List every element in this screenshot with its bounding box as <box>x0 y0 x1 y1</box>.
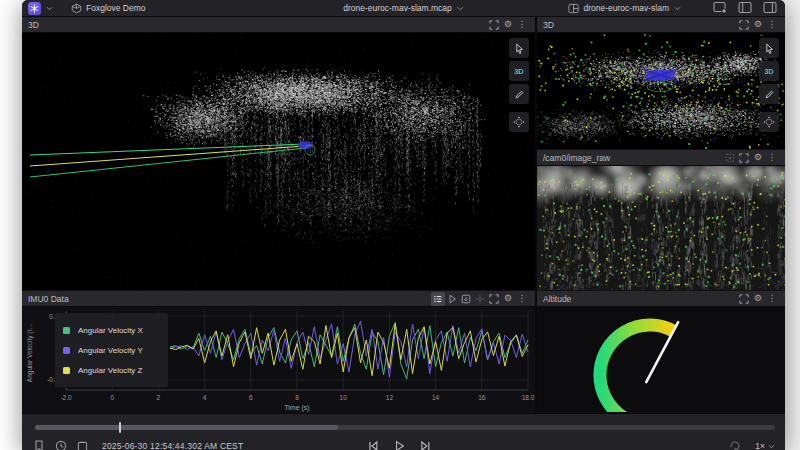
loop-region-button[interactable] <box>74 438 91 450</box>
current-timestamp: 2025-06-30 12:54:44.302 AM CEST <box>102 441 243 450</box>
camera-image-canvas <box>537 166 785 290</box>
svg-text:12: 12 <box>386 394 394 401</box>
seek-bar[interactable] <box>35 425 775 430</box>
column-divider <box>535 17 537 412</box>
playback-bar: 2025-06-30 12:54:44.302 AM CEST 1× <box>22 413 785 450</box>
app-menu-chevron[interactable] <box>41 0 58 17</box>
panel-title: 3D <box>543 20 554 30</box>
panel-title: IMU0 Data <box>28 294 69 304</box>
altitude-gauge <box>537 307 785 412</box>
create-event-button[interactable] <box>30 438 47 450</box>
seek-forward-button[interactable] <box>417 438 434 450</box>
camera-image-view[interactable] <box>537 166 785 290</box>
fullscreen-button[interactable] <box>737 151 751 165</box>
camera-move-button[interactable] <box>759 112 779 132</box>
seek-loaded-range <box>35 425 338 430</box>
svg-text:10: 10 <box>340 394 348 401</box>
pencil-icon <box>764 89 775 100</box>
imu-plot-area[interactable]: -2.0024681012141618.00.60-0.60Time (s) A… <box>22 307 535 412</box>
main-3d-panel-header: 3D ⚙ ⋮ <box>22 17 535 33</box>
svg-text:0: 0 <box>110 394 114 401</box>
camera-panel-header: /cam0/image_raw ⚙ ⋮ <box>537 150 785 166</box>
image-fit-button[interactable] <box>723 151 737 165</box>
legend-toggle-button[interactable] <box>431 292 445 306</box>
repeat-button[interactable] <box>726 438 743 450</box>
data-source-selector[interactable]: drone-euroc-mav-slam.mcap <box>343 3 464 13</box>
playhead-marker[interactable] <box>119 422 121 433</box>
point-cloud-canvas <box>537 33 785 149</box>
layout-grid-icon <box>568 3 579 14</box>
fullscreen-button[interactable] <box>487 292 501 306</box>
speed-value: 1× <box>755 441 765 450</box>
kebab-menu-icon[interactable]: ⋮ <box>515 18 529 32</box>
pencil-icon <box>514 89 525 100</box>
cursor-icon <box>514 43 525 54</box>
panel-title: /cam0/image_raw <box>543 153 610 163</box>
kebab-menu-icon[interactable]: ⋮ <box>765 151 779 165</box>
main-3d-viewport[interactable]: 3D <box>22 33 535 290</box>
snowflake-icon <box>30 4 39 13</box>
legend-item[interactable]: Angular Velocity X <box>63 320 160 340</box>
export-image-button[interactable] <box>459 292 473 306</box>
workspace-selector[interactable]: Foxglove Demo <box>66 0 151 17</box>
altitude-gauge-area <box>537 307 785 412</box>
seek-backward-button[interactable] <box>365 438 382 450</box>
sync-view-button[interactable] <box>473 292 487 306</box>
settings-gear-icon[interactable]: ⚙ <box>751 151 765 165</box>
chevron-down-icon <box>674 6 681 11</box>
select-tool-button[interactable] <box>509 38 529 58</box>
measure-tool-button[interactable] <box>509 84 529 104</box>
right-sidebar-toggle[interactable] <box>763 1 777 16</box>
fullscreen-button[interactable] <box>487 18 501 32</box>
legend-item[interactable]: Angular Velocity Z <box>63 360 160 380</box>
right-3d-viewport[interactable]: 3D <box>537 33 785 149</box>
svg-text:6: 6 <box>249 394 253 401</box>
bookmark-icon <box>34 440 44 450</box>
select-tool-button[interactable] <box>759 38 779 58</box>
chevron-down-icon <box>46 6 53 11</box>
svg-text:2: 2 <box>157 394 161 401</box>
skip-back-icon <box>367 440 379 450</box>
layout-name: drone-euroc-mav-slam <box>584 3 670 13</box>
view-mode-toggle[interactable]: 3D <box>509 61 529 81</box>
svg-text:4: 4 <box>203 394 207 401</box>
data-source-name: drone-euroc-mav-slam.mcap <box>343 3 452 13</box>
settings-gear-icon[interactable]: ⚙ <box>501 292 515 306</box>
legend-label: Angular Velocity X <box>78 326 143 335</box>
clock-icon <box>55 440 67 450</box>
settings-gear-icon[interactable]: ⚙ <box>501 18 515 32</box>
svg-text:16: 16 <box>478 394 486 401</box>
imu-panel-header: IMU0 Data ⚙ ⋮ <box>22 291 535 307</box>
view-mode-toggle[interactable]: 3D <box>759 61 779 81</box>
play-preview-button[interactable] <box>445 292 459 306</box>
app-bar: Foxglove Demo drone-euroc-mav-slam.mcap … <box>22 0 785 17</box>
playback-speed-select[interactable]: 1× <box>755 441 775 450</box>
cursor-icon <box>764 43 775 54</box>
workspace-name: Foxglove Demo <box>86 3 146 13</box>
panel-title: Altitude <box>543 294 571 304</box>
legend-label: Angular Velocity Y <box>78 346 143 355</box>
legend-item[interactable]: Angular Velocity Y <box>63 340 160 360</box>
kebab-menu-icon[interactable]: ⋮ <box>765 292 779 306</box>
fullscreen-button[interactable] <box>737 18 751 32</box>
layout-selector[interactable]: drone-euroc-mav-slam <box>568 3 682 14</box>
time-settings-button[interactable] <box>52 438 69 450</box>
loop-region-icon <box>77 441 88 450</box>
move-camera-icon <box>763 116 775 128</box>
add-panel-button[interactable] <box>713 1 727 16</box>
measure-tool-button[interactable] <box>759 84 779 104</box>
play-icon <box>393 440 405 450</box>
settings-gear-icon[interactable]: ⚙ <box>751 18 765 32</box>
altitude-panel-header: Altitude ⚙ ⋮ <box>537 291 785 307</box>
fullscreen-button[interactable] <box>737 292 751 306</box>
play-button[interactable] <box>391 438 408 450</box>
settings-gear-icon[interactable]: ⚙ <box>751 292 765 306</box>
move-camera-icon <box>513 116 525 128</box>
foxglove-logo[interactable] <box>28 2 41 15</box>
kebab-menu-icon[interactable]: ⋮ <box>515 292 529 306</box>
repeat-icon <box>729 440 741 450</box>
kebab-menu-icon[interactable]: ⋮ <box>765 18 779 32</box>
workspace-box-icon <box>71 3 82 14</box>
left-sidebar-toggle[interactable] <box>738 1 752 16</box>
camera-move-button[interactable] <box>509 112 529 132</box>
